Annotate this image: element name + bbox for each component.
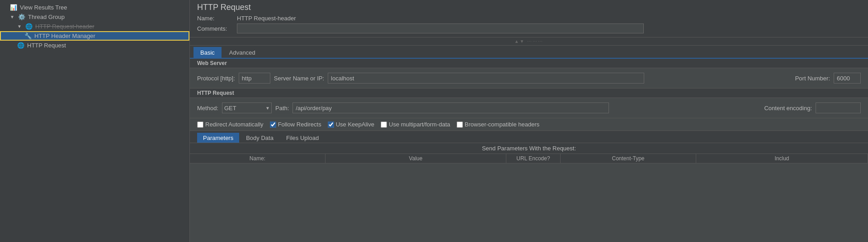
- follow-redirects-checkbox[interactable]: [270, 121, 276, 128]
- parameters-table: Send Parameters With the Request: Name: …: [190, 143, 868, 163]
- comments-label: Comments:: [197, 25, 233, 32]
- use-multipart-label: Use multipart/form-data: [389, 121, 450, 128]
- protocol-label: Protocol [http]:: [197, 75, 235, 82]
- browser-headers-checkbox[interactable]: [457, 121, 463, 128]
- browser-headers-checkbox-item: Browser-compatible headers: [457, 121, 539, 128]
- redirect-auto-label: Redirect Automatically: [205, 121, 264, 128]
- redirect-auto-checkbox[interactable]: [197, 121, 203, 128]
- web-server-section-header: Web Server: [190, 59, 868, 68]
- use-multipart-checkbox[interactable]: [381, 121, 387, 128]
- name-label: Name:: [197, 15, 233, 22]
- page-title: HTTP Request: [197, 3, 861, 12]
- wrench-icon: 🔧: [24, 33, 32, 39]
- server-input[interactable]: [328, 73, 644, 84]
- method-select-wrapper: GET POST PUT DELETE PATCH HEAD OPTIONS ▼: [222, 102, 272, 113]
- port-input[interactable]: [834, 73, 861, 84]
- name-value: HTTP Request-header: [237, 15, 861, 22]
- sidebar-item-label: HTTP Request: [27, 42, 66, 49]
- sidebar-item-label: HTTP Request-header: [35, 23, 94, 30]
- sidebar-item-label: HTTP Header Manager: [34, 33, 95, 39]
- port-label: Port Number:: [795, 75, 830, 82]
- use-multipart-checkbox-item: Use multipart/form-data: [381, 121, 450, 128]
- col-header-contenttype: Content-Type: [561, 154, 696, 163]
- col-header-value: Value: [326, 154, 506, 163]
- sidebar-item-label: View Results Tree: [20, 4, 67, 11]
- tab-advanced[interactable]: Advanced: [222, 47, 262, 58]
- http-request-form: Method: GET POST PUT DELETE PATCH HEAD O…: [190, 98, 868, 118]
- gear-icon: ⚙️: [18, 14, 25, 20]
- sidebar-item-view-results-tree[interactable]: 📊 View Results Tree: [0, 3, 189, 12]
- content-encoding-input[interactable]: [816, 102, 861, 113]
- sub-tab-body-data[interactable]: Body Data: [240, 133, 279, 143]
- sub-tab-parameters[interactable]: Parameters: [197, 133, 239, 143]
- main-header: HTTP Request Name: HTTP Request-header C…: [190, 0, 868, 37]
- sidebar-item-http-header-manager[interactable]: 🔧 HTTP Header Manager: [0, 31, 189, 41]
- comments-input[interactable]: [237, 23, 644, 33]
- col-header-include: Includ: [696, 154, 868, 163]
- main-panel: HTTP Request Name: HTTP Request-header C…: [190, 0, 868, 242]
- path-label: Path:: [275, 105, 289, 112]
- table-column-headers: Name: Value URL Encode? Content-Type Inc…: [190, 154, 868, 163]
- chart-icon: 📊: [10, 4, 17, 11]
- arrow-icon: ▼: [17, 24, 23, 29]
- path-input[interactable]: [292, 102, 609, 113]
- globe-icon: 🌐: [17, 42, 24, 49]
- method-label: Method:: [197, 105, 218, 112]
- resize-dots-icon: ▲▼ ⋯⋯⋯: [514, 39, 544, 44]
- method-select[interactable]: GET POST PUT DELETE PATCH HEAD OPTIONS: [222, 102, 272, 113]
- sub-tabs: Parameters Body Data Files Upload: [190, 131, 868, 143]
- globe-icon: 🌐: [25, 23, 33, 30]
- table-send-header: Send Parameters With the Request:: [190, 143, 868, 154]
- sidebar-item-thread-group[interactable]: ▼ ⚙️ Thread Group: [0, 12, 189, 22]
- content-encoding-label: Content encoding:: [764, 105, 812, 112]
- redirect-auto-checkbox-item: Redirect Automatically: [197, 121, 264, 128]
- use-keepalive-checkbox[interactable]: [328, 121, 334, 128]
- use-keepalive-checkbox-item: Use KeepAlive: [328, 121, 374, 128]
- http-request-section-header: HTTP Request: [190, 88, 868, 98]
- content-area: Web Server Protocol [http]: Server Name …: [190, 59, 868, 242]
- resize-handle[interactable]: ▲▼ ⋯⋯⋯: [190, 37, 868, 46]
- sidebar: 📊 View Results Tree ▼ ⚙️ Thread Group ▼ …: [0, 0, 190, 242]
- sidebar-item-label: Thread Group: [28, 14, 65, 20]
- use-keepalive-label: Use KeepAlive: [336, 121, 374, 128]
- sub-tab-files-upload[interactable]: Files Upload: [280, 133, 325, 143]
- server-label: Server Name or IP:: [274, 75, 324, 82]
- follow-redirects-checkbox-item: Follow Redirects: [270, 121, 321, 128]
- follow-redirects-label: Follow Redirects: [278, 121, 321, 128]
- col-header-urlencode: URL Encode?: [506, 154, 561, 163]
- sidebar-item-http-request[interactable]: 🌐 HTTP Request: [0, 41, 189, 50]
- main-tabs: Basic Advanced: [190, 46, 868, 59]
- arrow-icon: ▼: [10, 14, 15, 19]
- tab-basic[interactable]: Basic: [193, 47, 222, 58]
- checkbox-row: Redirect Automatically Follow Redirects …: [190, 118, 868, 131]
- browser-headers-label: Browser-compatible headers: [465, 121, 539, 128]
- protocol-input[interactable]: [239, 73, 270, 84]
- sidebar-item-http-request-header[interactable]: ▼ 🌐 HTTP Request-header: [0, 22, 189, 31]
- col-header-name: Name:: [190, 154, 326, 163]
- web-server-form: Protocol [http]: Server Name or IP: Port…: [190, 68, 868, 88]
